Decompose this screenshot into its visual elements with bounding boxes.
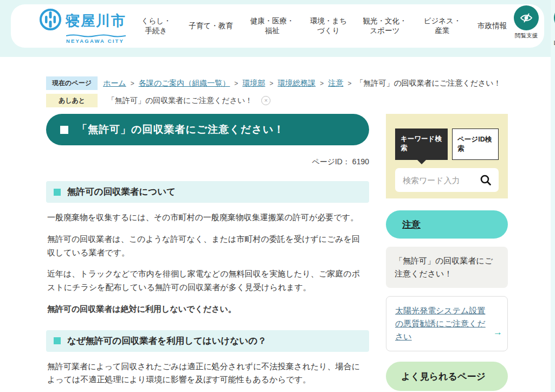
solar-warning-link[interactable]: 太陽光発電システム設置の悪質勧誘にご注意ください bbox=[395, 306, 486, 341]
browse-support-button[interactable]: 閲覧支援 bbox=[508, 5, 544, 46]
breadcrumb-caution[interactable]: 注意 bbox=[328, 79, 343, 88]
foreign-language-label: Foreign Language bbox=[548, 32, 555, 46]
related-page-current-label: 「無許可」の回収業者にご注意ください！ bbox=[395, 256, 493, 278]
breadcrumb-departments[interactable]: 各課のご案内（組織一覧） bbox=[139, 79, 230, 88]
nav-item-kanko[interactable]: 観光・文化・スポーツ bbox=[361, 16, 409, 36]
warning-text: 無許可の回収業者は絶対に利用しないでください。 bbox=[47, 303, 368, 316]
main-content: 「無許可」の回収業者にご注意ください！ ページID： 6190 無許可の回収業者… bbox=[46, 114, 369, 392]
paragraph: 一般廃棄物を収集するには、その市町村の一般廃棄物収集運搬業の許可が必要です。 bbox=[47, 211, 368, 224]
page-title-banner: 「無許可」の回収業者にご注意ください！ bbox=[46, 114, 369, 145]
global-nav: くらし・手続き 子育て・教育 健康・医療・福祉 環境・まちづくり 観光・文化・ス… bbox=[139, 16, 508, 36]
city-name: 寝屋川市 bbox=[66, 11, 126, 30]
nav-item-kenko[interactable]: 健康・医療・福祉 bbox=[248, 16, 296, 36]
footprint-item[interactable]: 「無許可」の回収業者にご注意ください！ bbox=[107, 96, 253, 106]
breadcrumb-env-affairs[interactable]: 環境総務課 bbox=[278, 79, 315, 88]
search-icon[interactable] bbox=[479, 173, 492, 187]
breadcrumb-separator: > bbox=[347, 80, 351, 87]
current-page-badge: 現在のページ bbox=[46, 76, 98, 90]
square-bullet-icon bbox=[54, 337, 61, 344]
related-page-current: 「無許可」の回収業者にご注意ください！ bbox=[386, 247, 508, 288]
search-input[interactable] bbox=[402, 175, 479, 185]
breadcrumb-home[interactable]: ホーム bbox=[103, 79, 126, 88]
tab-pageid-search[interactable]: ページID検索 bbox=[452, 128, 499, 160]
logo-wave-icon bbox=[66, 34, 126, 37]
eye-icon bbox=[514, 5, 539, 30]
breadcrumb-environment-dept[interactable]: 環境部 bbox=[242, 79, 265, 88]
related-page-card[interactable]: 太陽光発電システム設置の悪質勧誘にご注意ください → bbox=[386, 296, 508, 351]
section-heading-why: なぜ無許可の回収業者を利用してはいけないの？ bbox=[46, 330, 369, 352]
breadcrumb: 現在のページ ホーム > 各課のご案内（組織一覧） > 環境部 > 環境総務課 … bbox=[46, 76, 534, 90]
city-emblem-icon bbox=[39, 8, 62, 33]
header-tools: 閲覧支援 Foreign Language bbox=[508, 5, 555, 46]
page-id: ページID： 6190 bbox=[46, 157, 369, 167]
page-title: 「無許可」の回収業者にご注意ください！ bbox=[77, 123, 285, 137]
breadcrumb-separator: > bbox=[234, 80, 238, 87]
nav-item-kurashi[interactable]: くらし・手続き bbox=[139, 16, 173, 36]
search-tabs: キーワード検索 ページID検索 bbox=[395, 128, 499, 160]
square-bullet-icon bbox=[60, 126, 68, 134]
nav-item-kosodate[interactable]: 子育て・教育 bbox=[186, 21, 235, 31]
nav-item-shisei[interactable]: 市政情報 bbox=[476, 21, 508, 31]
city-name-en: NEYAGAWA CITY bbox=[66, 38, 125, 44]
footprint-badge: あしあと bbox=[46, 94, 98, 107]
breadcrumb-current: 「無許可」の回収業者にご注意ください！ bbox=[356, 79, 501, 88]
paragraph: 近年は、トラックなどで市内を徘徊し家電などの無料回収を実施したり、ご家庭のポスト… bbox=[47, 267, 368, 294]
search-panel: キーワード検索 ページID検索 bbox=[386, 114, 508, 198]
site-logo[interactable]: 寝屋川市 NEYAGAWA CITY bbox=[39, 8, 125, 44]
close-icon[interactable]: × bbox=[261, 96, 270, 105]
popular-pages-label: よく見られるページ bbox=[401, 370, 486, 383]
category-caution-button[interactable]: 注意 bbox=[386, 210, 508, 239]
breadcrumb-separator: > bbox=[131, 80, 134, 87]
page-edge-strip bbox=[551, 0, 555, 392]
paragraph: 無許可の回収業者は、このような許可なく、または市町村の委託を受けずにごみを回収し… bbox=[47, 233, 368, 260]
sidebar: キーワード検索 ページID検索 注意 「無許可」の回収業者にご注意ください！ 太… bbox=[386, 114, 508, 392]
search-box bbox=[395, 168, 499, 192]
section-heading-about: 無許可の回収業者について bbox=[46, 181, 369, 203]
footprint-bar: あしあと 「無許可」の回収業者にご注意ください！ × bbox=[46, 94, 534, 107]
paragraph: 無許可業者によって回収されたごみは適正に処分されずに不法投棄されたり、場合によっ… bbox=[47, 360, 368, 387]
section-title: 無許可の回収業者について bbox=[67, 186, 176, 198]
tab-keyword-search[interactable]: キーワード検索 bbox=[395, 128, 448, 160]
popular-pages-button[interactable]: よく見られるページ bbox=[386, 362, 508, 391]
square-bullet-icon bbox=[54, 189, 61, 196]
breadcrumb-separator: > bbox=[269, 80, 273, 87]
arrow-right-icon: → bbox=[493, 325, 502, 339]
browse-support-label: 閲覧支援 bbox=[515, 32, 538, 39]
foreign-language-button[interactable]: Foreign Language bbox=[548, 5, 555, 46]
page-id-label: ページID： bbox=[312, 157, 350, 166]
page-id-value: 6190 bbox=[352, 157, 369, 166]
nav-item-kankyo[interactable]: 環境・まちづくり bbox=[309, 16, 348, 36]
category-caution-label: 注意 bbox=[402, 219, 421, 231]
nav-item-business[interactable]: ビジネス・産業 bbox=[422, 16, 463, 36]
site-header: 寝屋川市 NEYAGAWA CITY くらし・手続き 子育て・教育 健康・医療・… bbox=[11, 4, 544, 48]
breadcrumb-separator: > bbox=[320, 80, 324, 87]
section-title: なぜ無許可の回収業者を利用してはいけないの？ bbox=[67, 335, 267, 347]
